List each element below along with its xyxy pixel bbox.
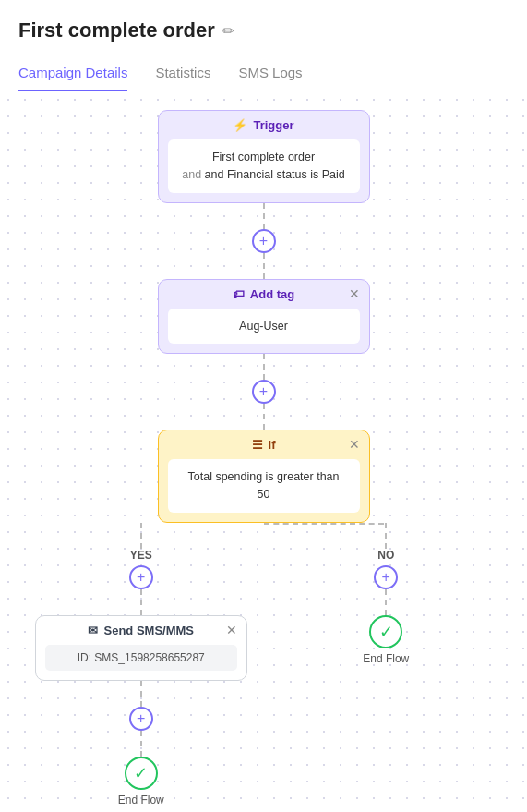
page-header: First complete order ✏ [0,0,527,42]
dashed-line-yes3 [140,681,142,707]
tab-campaign-details[interactable]: Campaign Details [18,55,127,91]
branch-row: YES + ✕ ✉ Send SMS/MMS ID: SMS_159825865… [18,523,509,806]
page-title: First complete order [18,18,215,42]
sms-icon: ✉ [88,624,98,637]
connector-yes-end: + [129,681,153,757]
end-flow-yes: ✓ End Flow [118,757,164,806]
sms-close[interactable]: ✕ [226,624,237,636]
tabs: Campaign Details Statistics SMS Logs [0,55,527,91]
add-button-yes[interactable]: + [129,565,153,589]
add-button-2[interactable]: + [252,380,276,404]
addtag-icon: 🏷 [233,287,245,301]
trigger-line2: and Financial status is Paid [205,168,345,181]
addtag-value: Aug-User [239,320,288,333]
trigger-line2-and: and [182,168,204,181]
canvas: ⚡ Trigger First complete order and and F… [0,91,527,812]
dashed-line-yes4 [140,731,142,757]
addtag-block: ✕ 🏷 Add tag Aug-User [158,279,370,355]
addtag-body: Aug-User [168,309,360,345]
edit-icon[interactable]: ✏ [222,22,234,40]
if-close[interactable]: ✕ [349,438,360,451]
addtag-close[interactable]: ✕ [349,287,360,300]
trigger-label: Trigger [253,118,293,132]
end-flow-circle-yes: ✓ [125,757,158,790]
flow-container: ⚡ Trigger First complete order and and F… [18,110,509,806]
end-flow-circle-no: ✓ [369,615,402,648]
if-line2: 50 [258,488,270,501]
if-block: ✕ ☰ If Total spending is greater than 50 [158,430,370,523]
if-line1: Total spending is greater than [188,470,340,483]
dashed-line-2 [263,253,265,279]
add-button-yes2[interactable]: + [129,707,153,731]
connector-2: + [252,354,276,430]
connector-1: + [252,203,276,279]
sms-header: ✉ Send SMS/MMS [36,616,246,645]
trigger-line1: First complete order [212,151,315,164]
yes-branch: YES + ✕ ✉ Send SMS/MMS ID: SMS_159825865… [18,523,264,806]
if-icon: ☰ [252,438,263,452]
trigger-icon: ⚡ [233,118,247,132]
dashed-line-1 [263,203,265,229]
no-label: NO [377,549,394,562]
if-label: If [269,438,276,452]
checkmark-yes: ✓ [134,763,148,783]
dashed-line-3 [263,354,265,380]
add-button-no[interactable]: + [374,565,398,589]
trigger-block-header: ⚡ Trigger [159,111,369,139]
dashed-line-yes [140,523,142,549]
tab-statistics[interactable]: Statistics [155,55,210,91]
end-flow-label-yes: End Flow [118,794,164,806]
if-header: ☰ If [159,430,369,459]
dashed-line-no [385,523,387,549]
dashed-line-no2 [385,589,387,615]
if-body: Total spending is greater than 50 [168,459,360,513]
dashed-line-yes2 [140,589,142,615]
sms-label: Send SMS/MMS [103,624,194,637]
end-flow-label-no: End Flow [363,652,409,665]
add-button-1[interactable]: + [252,229,276,253]
trigger-block: ⚡ Trigger First complete order and and F… [158,110,370,203]
end-flow-no: ✓ End Flow [363,615,409,665]
yes-label: YES [130,549,152,562]
addtag-label: Add tag [250,287,294,301]
branch-h-line [264,523,384,525]
tab-sms-logs[interactable]: SMS Logs [238,55,302,91]
addtag-header: 🏷 Add tag [159,280,369,309]
checkmark-no: ✓ [379,622,393,642]
sms-body: ID: SMS_1598258655287 [45,645,237,671]
trigger-block-body: First complete order and and Financial s… [168,139,360,193]
dashed-line-4 [263,404,265,430]
no-branch: NO + ✓ End Flow [264,523,509,806]
sms-block: ✕ ✉ Send SMS/MMS ID: SMS_1598258655287 [35,615,247,681]
